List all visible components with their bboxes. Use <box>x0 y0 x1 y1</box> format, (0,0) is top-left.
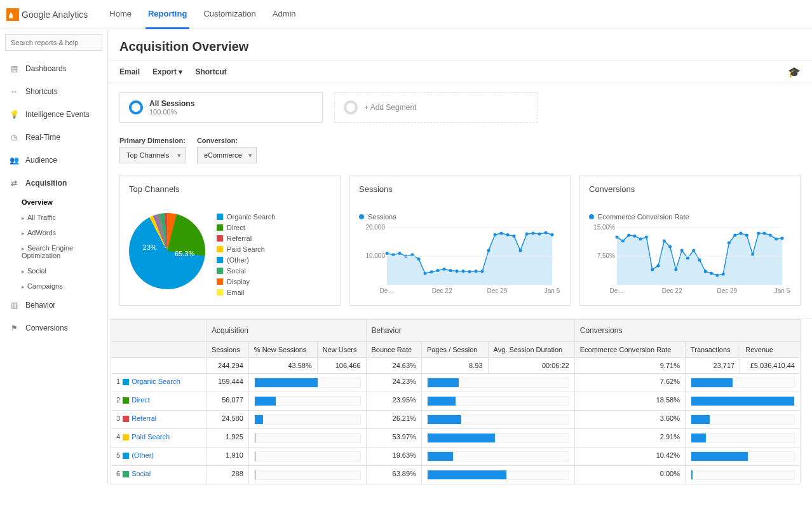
row-link--other-[interactable]: (Other) <box>132 451 154 459</box>
subitem-overview[interactable]: Overview <box>19 195 102 210</box>
dashboard-icon: ▤ <box>9 64 19 74</box>
sessions-title: Sessions <box>359 184 561 194</box>
svg-text:Jan 5: Jan 5 <box>545 287 560 294</box>
sidebar-item-behavior[interactable]: ▥Behavior <box>5 294 102 317</box>
svg-point-63 <box>781 236 784 240</box>
export-action[interactable]: Export ▾ <box>152 67 182 76</box>
pie-second-pct: 23% <box>143 243 157 251</box>
svg-point-2 <box>398 252 402 255</box>
segment-title: All Sessions <box>149 99 194 108</box>
svg-point-37 <box>627 234 630 237</box>
svg-text:Jan 5: Jan 5 <box>775 287 790 294</box>
col-bounce-rate[interactable]: Bounce Rate <box>366 342 421 358</box>
legend-paid-search: Paid Search <box>217 245 275 253</box>
add-segment[interactable]: + Add Segment <box>334 92 538 123</box>
brand-text: Google Analytics <box>22 10 88 20</box>
svg-point-56 <box>740 232 743 235</box>
svg-point-62 <box>775 238 778 241</box>
svg-text:10,000: 10,000 <box>365 252 385 259</box>
sidebar-item-real-time[interactable]: ◷Real-Time <box>5 126 102 149</box>
svg-point-21 <box>519 249 522 252</box>
subitem-all-traffic[interactable]: All Traffic <box>19 210 102 225</box>
topnav: HomeReportingCustomizationAdmin <box>107 0 298 29</box>
behavior-icon: ▥ <box>9 300 19 310</box>
segment-pct: 100.00% <box>149 108 194 116</box>
bulb-icon: 💡 <box>9 109 19 120</box>
clock-icon: ◷ <box>9 132 19 142</box>
topnav-reporting[interactable]: Reporting <box>145 0 189 29</box>
email-action[interactable]: Email <box>119 67 140 76</box>
pie-main-pct: 65.3% <box>175 250 194 257</box>
topbar: Google Analytics HomeReportingCustomizat… <box>0 0 812 29</box>
topnav-home[interactable]: Home <box>107 0 134 29</box>
row-link-direct[interactable]: Direct <box>132 396 150 404</box>
subitem-adwords[interactable]: AdWords <box>19 225 102 240</box>
svg-point-43 <box>663 240 666 243</box>
sidebar-item-dashboards[interactable]: ▤Dashboards <box>5 57 102 80</box>
col-sessions[interactable]: Sessions <box>206 342 249 358</box>
svg-point-23 <box>532 232 535 235</box>
row-link-paid-search[interactable]: Paid Search <box>132 433 170 441</box>
svg-point-41 <box>651 268 654 271</box>
shortcut-action[interactable]: Shortcut <box>195 67 226 76</box>
svg-point-7 <box>430 270 433 273</box>
dimension-row: Primary Dimension: Top Channels Conversi… <box>108 132 812 166</box>
education-icon[interactable]: 🎓 <box>788 66 801 78</box>
sidebar: ▤Dashboards↔Shortcuts💡Intelligence Event… <box>0 29 108 484</box>
row-link-referral[interactable]: Referral <box>132 414 156 422</box>
sidebar-item-conversions[interactable]: ⚑Conversions <box>5 317 102 339</box>
svg-point-38 <box>633 235 636 238</box>
primary-dim-select[interactable]: Top Channels <box>119 147 186 163</box>
subitem-search-engine-optimization[interactable]: Search Engine Optimization <box>19 240 102 263</box>
legend--other-: (Other) <box>217 256 275 264</box>
legend-organic-search: Organic Search <box>217 213 275 221</box>
col-revenue[interactable]: Revenue <box>740 342 801 358</box>
svg-point-17 <box>494 233 497 236</box>
col-transactions[interactable]: Transactions <box>685 342 740 358</box>
logo-icon <box>6 8 19 21</box>
col--new-sessions[interactable]: % New Sessions <box>248 342 317 358</box>
subitem-campaigns[interactable]: Campaigns <box>19 278 102 294</box>
table-row: 6Social28863.89%0.00% <box>111 466 801 484</box>
shortcut-icon: ↔ <box>9 86 19 97</box>
legend-referral: Referral <box>217 235 275 242</box>
svg-point-57 <box>745 234 748 237</box>
svg-point-22 <box>525 232 529 235</box>
svg-text:Dec 22: Dec 22 <box>662 287 682 294</box>
sidebar-item-audience[interactable]: 👥Audience <box>5 149 102 172</box>
table-row: 4Paid Search1,92553.97%2.91% <box>111 429 801 448</box>
conversions-title: Conversions <box>589 184 791 194</box>
svg-point-45 <box>674 268 677 271</box>
legend-direct: Direct <box>217 224 275 231</box>
row-link-social[interactable]: Social <box>132 470 151 477</box>
sidebar-item-acquisition[interactable]: ⇄Acquisition <box>5 172 102 195</box>
row-link-organic-search[interactable]: Organic Search <box>132 378 180 385</box>
svg-point-50 <box>704 270 707 273</box>
conversion-select[interactable]: eCommerce <box>197 147 257 163</box>
svg-point-20 <box>513 235 516 238</box>
svg-point-36 <box>621 240 625 243</box>
subitem-social[interactable]: Social <box>19 263 102 278</box>
search-input[interactable] <box>5 34 102 51</box>
col-new-users[interactable]: New Users <box>317 342 366 358</box>
col-ecommerce-conversion-rate[interactable]: Ecommerce Conversion Rate <box>574 342 685 358</box>
col-avg-session-duration[interactable]: Avg. Session Duration <box>488 342 574 358</box>
svg-point-48 <box>692 249 695 252</box>
svg-point-61 <box>769 234 772 237</box>
svg-text:7.50%: 7.50% <box>597 252 615 259</box>
svg-point-0 <box>386 252 389 255</box>
sidebar-item-shortcuts[interactable]: ↔Shortcuts <box>5 80 102 103</box>
svg-point-51 <box>710 272 713 275</box>
col-pages-session[interactable]: Pages / Session <box>421 342 488 358</box>
svg-text:De…: De… <box>380 287 395 294</box>
primary-dim-label: Primary Dimension: <box>119 137 186 144</box>
topnav-admin[interactable]: Admin <box>270 0 299 29</box>
cards-row: Top Channels 65.3% 23% Organic SearchDir… <box>108 166 812 319</box>
segment-all-sessions[interactable]: All Sessions 100.00% <box>119 92 323 123</box>
sidebar-item-intelligence-events[interactable]: 💡Intelligence Events <box>5 103 102 126</box>
topnav-customization[interactable]: Customization <box>201 0 258 29</box>
table-row: 3Referral24,58026.21%3.60% <box>111 411 801 429</box>
action-bar: Email Export ▾ Shortcut 🎓 <box>108 60 812 83</box>
svg-point-59 <box>757 232 760 235</box>
svg-point-24 <box>538 232 541 235</box>
